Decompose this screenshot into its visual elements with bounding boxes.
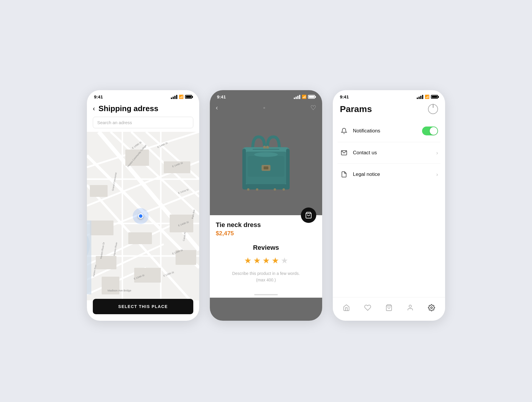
contact-us-label: Contact us [353,150,432,156]
document-icon [340,170,348,179]
legal-notice-label: Legal notice [353,171,432,177]
select-place-button[interactable]: SELECT THIS PLACE [93,299,193,314]
nav-profile[interactable] [407,304,414,311]
scroll-indicator [210,291,322,298]
nav-wishlist[interactable] [364,304,371,311]
notifications-toggle[interactable] [422,127,438,135]
settings-list: Notifications Contact us › [333,120,445,185]
legal-notice-item[interactable]: Legal notice › [338,164,440,185]
power-button[interactable] [428,104,438,114]
battery-1 [185,95,192,99]
review-placeholder: Describe this product in a few words. (m… [216,270,316,283]
reviews-section: Reviews ★ ★ ★ ★ ★ Describe this product … [210,237,322,291]
nav-cart[interactable] [385,304,392,311]
shipping-header: ‹ Shipping adress [87,102,199,117]
svg-rect-21 [90,221,113,235]
svg-rect-50 [242,149,246,187]
bell-icon [340,127,348,135]
svg-rect-51 [286,149,290,187]
svg-rect-24 [96,256,116,269]
star-2: ★ [253,256,261,265]
wifi-3: 📶 [425,95,429,99]
phone-params: 9:41 📶 Params [333,90,445,321]
signal-2 [294,95,300,99]
svg-rect-18 [90,185,108,197]
svg-rect-22 [128,232,152,244]
star-rating: ★ ★ ★ ★ ★ [216,256,316,265]
map-container[interactable]: E 149th St E 146th St E 144th St E 141st… [87,132,199,300]
status-bar-3: 9:41 📶 [333,90,445,102]
svg-point-53 [247,188,249,191]
status-icons-1: 📶 [171,95,192,99]
product-header: ‹ ♡ [210,102,322,112]
svg-point-54 [256,188,258,191]
svg-point-56 [283,188,285,191]
reviews-title: Reviews [216,244,316,252]
star-3: ★ [262,256,270,265]
svg-rect-25 [134,268,161,283]
status-bar-1: 9:41 📶 [87,90,199,102]
svg-rect-28 [87,221,91,294]
svg-point-65 [431,307,432,309]
cart-icon [305,212,312,219]
svg-point-64 [409,305,411,307]
toggle-knob [430,127,437,135]
product-back-button[interactable]: ‹ [216,104,218,112]
signal-3 [417,95,423,99]
status-icons-3: 📶 [417,95,438,99]
nav-settings[interactable] [428,304,435,311]
back-button[interactable]: ‹ [93,105,95,113]
status-icons-2: 📶 [294,95,315,99]
nav-home[interactable] [343,304,350,311]
params-header: Params [333,102,445,120]
battery-2 [308,95,315,99]
time-3: 9:41 [340,94,349,99]
svg-point-59 [263,146,266,149]
phone-product: 9:41 📶 ‹ ♡ [210,90,322,321]
svg-point-55 [274,188,276,191]
bottom-nav [333,297,445,321]
star-1: ★ [244,256,252,265]
product-bag-image [231,122,301,205]
time-1: 9:41 [94,94,103,99]
phone-shipping: 9:41 📶 ‹ Shipping adress Search an adres… [87,90,199,321]
svg-rect-52 [242,184,290,189]
chevron-right-1: › [436,150,438,156]
notifications-item[interactable]: Notifications [338,120,440,142]
address-search[interactable]: Search an adress [93,117,193,128]
star-4: ★ [272,256,279,265]
signal-1 [171,95,177,99]
phones-container: 9:41 📶 ‹ Shipping adress Search an adres… [87,81,445,321]
star-5: ★ [281,256,288,265]
svg-rect-49 [264,166,268,169]
battery-3 [431,95,438,99]
envelope-icon [340,149,348,157]
add-to-cart-button[interactable] [301,208,316,223]
header-indicator [263,107,265,109]
status-bar-2: 9:41 📶 [210,90,322,102]
contact-us-item[interactable]: Contact us › [338,142,440,164]
product-name: Tie neck dress [216,221,316,229]
chevron-right-2: › [436,171,438,178]
wishlist-button[interactable]: ♡ [310,104,316,112]
wifi-1: 📶 [179,95,184,99]
product-info-container: Tie neck dress $2,475 Reviews ★ ★ ★ ★ [210,215,322,298]
params-title: Params [340,104,372,114]
time-2: 9:41 [217,94,226,99]
page-title-shipping: Shipping adress [98,104,158,113]
svg-text:Madison Ave Bridge: Madison Ave Bridge [108,289,131,292]
map-pin-dot [138,213,143,219]
product-image-area [210,112,322,215]
svg-point-58 [254,152,278,157]
svg-point-60 [266,146,269,149]
wifi-2: 📶 [302,95,306,99]
notifications-label: Notifications [353,128,417,134]
scroll-bar [254,294,278,295]
svg-rect-20 [164,161,190,173]
product-price: $2,475 [216,230,316,237]
